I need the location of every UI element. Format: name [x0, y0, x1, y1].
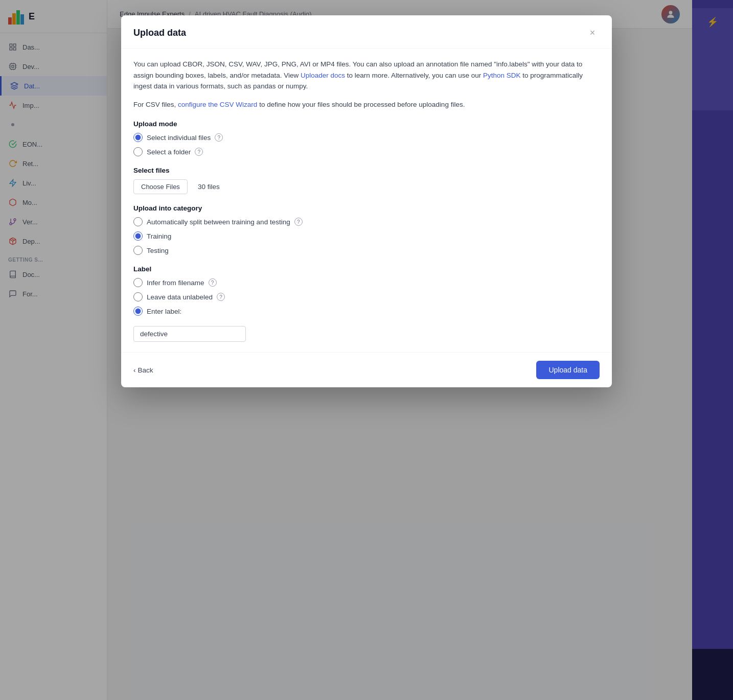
upload-modal: Upload data × You can upload CBOR, JSON,… — [121, 15, 612, 387]
radio-enter-input[interactable] — [133, 307, 143, 316]
radio-enter-label-text: Enter label: — [147, 308, 181, 315]
radio-individual-label: Select individual files — [147, 134, 211, 142]
upload-mode-section: Upload mode Select individual files ? Se… — [133, 120, 600, 156]
radio-training-input[interactable] — [133, 231, 143, 241]
upload-category-label: Upload into category — [133, 204, 600, 212]
radio-unlabeled-label: Leave data unlabeled — [147, 293, 213, 301]
modal-footer: ‹ Back Upload data — [121, 352, 612, 387]
help-individual-icon[interactable]: ? — [215, 133, 223, 142]
radio-individual-files[interactable]: Select individual files ? — [133, 133, 600, 142]
csv-note-text-2: to define how your files should be proce… — [259, 101, 465, 108]
help-unlabeled-icon[interactable]: ? — [217, 293, 225, 301]
label-section-label: Label — [133, 265, 600, 273]
help-folder-icon[interactable]: ? — [195, 148, 203, 156]
uploader-docs-link[interactable]: Uploader docs — [301, 72, 345, 79]
radio-infer-filename[interactable]: Infer from filename ? — [133, 278, 600, 287]
choose-files-button[interactable]: Choose Files — [133, 179, 188, 194]
category-radio-group: Automatically split between training and… — [133, 217, 600, 255]
back-button[interactable]: ‹ Back — [133, 364, 153, 376]
csv-wizard-link[interactable]: configure the CSV Wizard — [178, 101, 257, 108]
help-infer-icon[interactable]: ? — [209, 278, 217, 287]
radio-testing-input[interactable] — [133, 246, 143, 255]
radio-unlabeled-input[interactable] — [133, 292, 143, 301]
modal-description: You can upload CBOR, JSON, CSV, WAV, JPG… — [133, 59, 600, 92]
upload-mode-label: Upload mode — [133, 120, 600, 128]
radio-auto-label: Automatically split between training and… — [147, 218, 290, 226]
radio-testing-label: Testing — [147, 247, 169, 254]
label-radio-group: Infer from filename ? Leave data unlabel… — [133, 278, 600, 316]
modal-title: Upload data — [133, 28, 186, 38]
back-chevron-icon: ‹ — [133, 366, 136, 374]
modal-body: You can upload CBOR, JSON, CSV, WAV, JPG… — [121, 49, 612, 352]
radio-auto-input[interactable] — [133, 217, 143, 226]
file-count: 30 files — [198, 183, 220, 191]
radio-infer-label: Infer from filename — [147, 279, 204, 287]
python-sdk-link[interactable]: Python SDK — [483, 72, 521, 79]
file-chooser-row: Choose Files 30 files — [133, 179, 600, 194]
upload-mode-radio-group: Select individual files ? Select a folde… — [133, 133, 600, 156]
radio-infer-input[interactable] — [133, 278, 143, 287]
radio-testing[interactable]: Testing — [133, 246, 600, 255]
select-files-section: Select files Choose Files 30 files — [133, 167, 600, 194]
modal-close-button[interactable]: × — [585, 26, 600, 40]
upload-category-section: Upload into category Automatically split… — [133, 204, 600, 255]
label-section: Label Infer from filename ? Leave data u… — [133, 265, 600, 342]
radio-individual-input[interactable] — [133, 133, 143, 142]
modal-header: Upload data × — [121, 15, 612, 49]
radio-training[interactable]: Training — [133, 231, 600, 241]
description-text-2: to learn more. Alternatively, you can us… — [347, 72, 481, 79]
radio-enter-label[interactable]: Enter label: — [133, 307, 600, 316]
back-button-label: Back — [138, 366, 153, 374]
radio-training-label: Training — [147, 232, 171, 240]
radio-unlabeled[interactable]: Leave data unlabeled ? — [133, 292, 600, 301]
select-files-label: Select files — [133, 167, 600, 174]
csv-note-text-1: For CSV files, — [133, 101, 176, 108]
radio-folder-label: Select a folder — [147, 148, 191, 156]
upload-data-button[interactable]: Upload data — [536, 361, 600, 379]
label-text-input[interactable] — [133, 326, 246, 342]
radio-auto-split[interactable]: Automatically split between training and… — [133, 217, 600, 226]
csv-note: For CSV files, configure the CSV Wizard … — [133, 99, 600, 110]
radio-folder-input[interactable] — [133, 147, 143, 156]
modal-overlay: Upload data × You can upload CBOR, JSON,… — [0, 0, 733, 700]
radio-select-folder[interactable]: Select a folder ? — [133, 147, 600, 156]
help-auto-icon[interactable]: ? — [294, 218, 303, 226]
